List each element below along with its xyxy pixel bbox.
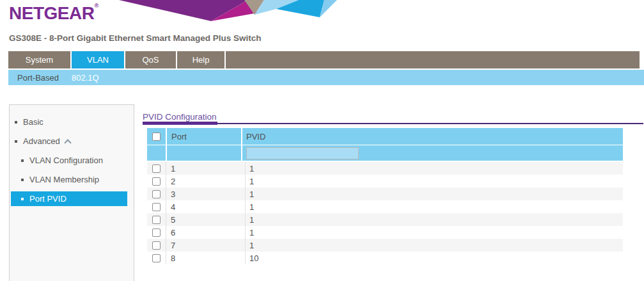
table-row: 5 1: [147, 213, 623, 226]
main-nav: System VLAN QoS Help: [8, 51, 640, 68]
sub-nav: Port-Based 802.1Q: [8, 70, 644, 85]
row-port: 3: [166, 188, 246, 200]
registered-mark: ®: [94, 3, 98, 9]
table-row: 2 1: [147, 175, 623, 188]
row-checkbox[interactable]: [152, 254, 161, 262]
row-port: 7: [166, 239, 246, 252]
row-checkbox[interactable]: [152, 216, 161, 224]
table-body: 1 1 2 1 3 1 4 1: [147, 162, 623, 264]
header-port-cell: Port: [167, 128, 241, 145]
filter-pvid-cell: [242, 145, 623, 161]
row-checkbox[interactable]: [152, 190, 161, 198]
row-checkbox-cell: [147, 239, 166, 252]
sidebar-item-basic[interactable]: Basic: [11, 115, 127, 129]
select-all-checkbox[interactable]: [152, 132, 161, 141]
tab-qos[interactable]: QoS: [125, 51, 176, 68]
row-checkbox-cell: [147, 162, 166, 175]
row-checkbox[interactable]: [152, 203, 161, 211]
row-pvid: 1: [246, 213, 623, 226]
table-row: 8 10: [147, 252, 623, 264]
tab-system[interactable]: System: [8, 51, 70, 68]
header-checkbox-cell: [147, 128, 166, 145]
column-header-port: Port: [171, 132, 187, 141]
table-row: 4 1: [147, 200, 623, 213]
table-row: 1 1: [147, 162, 623, 175]
filter-checkbox-cell: [147, 145, 166, 161]
row-checkbox-cell: [147, 226, 166, 239]
row-pvid: 1: [246, 175, 623, 188]
row-port: 6: [166, 226, 246, 239]
table-row: 7 1: [147, 239, 623, 252]
row-checkbox-cell: [147, 252, 166, 264]
row-port: 2: [166, 175, 246, 188]
sidebar-item-vlan-membership[interactable]: VLAN Membership: [11, 172, 127, 187]
netgear-logo-text: NETGEAR: [9, 3, 94, 23]
sidebar-item-port-pvid[interactable]: Port PVID: [11, 191, 127, 206]
row-pvid: 1: [246, 226, 623, 239]
row-checkbox-cell: [147, 188, 166, 200]
chevron-up-icon: [64, 139, 71, 146]
bullet-icon: [21, 159, 24, 162]
row-pvid: 1: [246, 239, 623, 252]
bullet-icon: [15, 121, 17, 124]
pvid-table: Port PVID 1 1: [147, 128, 623, 264]
row-checkbox-cell: [147, 200, 166, 213]
bullet-icon: [21, 179, 24, 181]
filter-port-cell: [167, 145, 241, 161]
row-checkbox-cell: [147, 175, 166, 188]
sidebar-item-label: Basic: [23, 117, 43, 127]
row-port: 4: [166, 200, 246, 213]
row-checkbox[interactable]: [152, 229, 161, 237]
column-header-pvid: PVID: [246, 132, 265, 141]
tab-help[interactable]: Help: [177, 51, 224, 68]
sidebar-item-label: VLAN Membership: [29, 175, 99, 184]
subnav-item-port-based[interactable]: Port-Based: [17, 73, 59, 83]
sidebar: Basic Advanced VLAN Configuration VLAN M…: [9, 104, 134, 281]
title-underline-thick: [143, 122, 217, 125]
page: NETGEAR® GS308E - 8-Port Gigabit Etherne…: [0, 0, 644, 281]
row-port: 8: [166, 252, 246, 264]
row-port: 1: [166, 162, 246, 175]
header-banner-graphic: [109, 0, 339, 21]
sidebar-item-label: VLAN Configuration: [29, 156, 103, 165]
pvid-filter-input[interactable]: [246, 147, 359, 159]
row-checkbox[interactable]: [152, 241, 161, 250]
tab-vlan[interactable]: VLAN: [72, 51, 124, 68]
row-checkbox[interactable]: [152, 165, 161, 173]
netgear-logo: NETGEAR®: [9, 3, 98, 24]
bullet-icon: [15, 140, 17, 143]
bullet-icon: [21, 198, 24, 200]
title-underline-thin: [143, 123, 643, 124]
device-title: GS308E - 8-Port Gigabit Ethernet Smart M…: [9, 33, 262, 43]
table-filter-row: [147, 145, 623, 161]
header-pvid-cell: PVID: [242, 128, 623, 145]
row-port: 5: [166, 213, 246, 226]
row-pvid: 1: [246, 200, 623, 213]
subnav-item-8021q[interactable]: 802.1Q: [72, 73, 99, 83]
page-title: PVID Configuration: [143, 112, 217, 122]
sidebar-item-vlan-configuration[interactable]: VLAN Configuration: [11, 153, 127, 168]
nav-filler: [226, 51, 640, 68]
sidebar-item-advanced[interactable]: Advanced: [11, 134, 127, 149]
row-pvid: 1: [246, 162, 623, 175]
sidebar-item-label: Advanced: [23, 136, 60, 146]
table-row: 6 1: [147, 226, 623, 239]
row-pvid: 10: [246, 252, 623, 264]
row-checkbox-cell: [147, 213, 166, 226]
row-checkbox[interactable]: [152, 177, 161, 186]
sidebar-item-label: Port PVID: [29, 194, 67, 204]
table-row: 3 1: [147, 188, 623, 200]
table-header-row: Port PVID: [147, 128, 623, 145]
row-pvid: 1: [246, 188, 623, 200]
